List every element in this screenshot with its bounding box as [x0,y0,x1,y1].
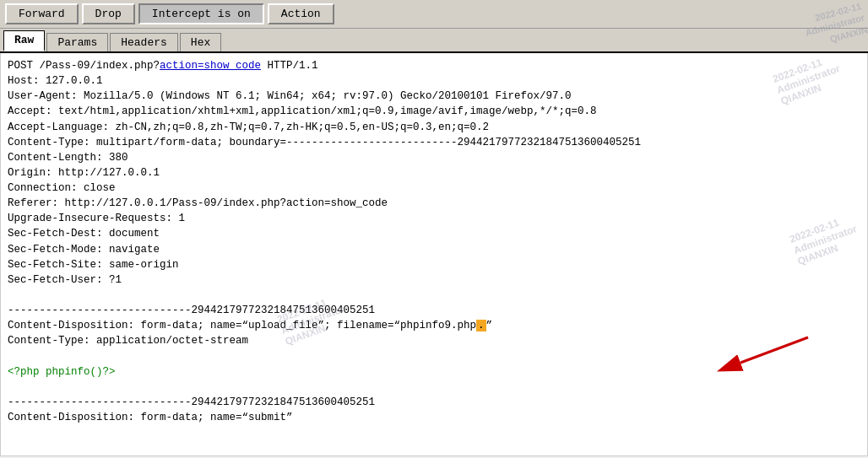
tabs-bar: Raw Params Headers Hex [0,29,868,53]
filename-extension-highlight: . [476,320,486,331]
action-link: action=show_code [160,60,261,72]
tab-raw[interactable]: Raw [3,30,45,51]
tab-params[interactable]: Params [46,33,108,51]
drop-button[interactable]: Drop [82,3,135,24]
tab-headers[interactable]: Headers [110,33,178,51]
forward-button[interactable]: Forward [5,3,79,24]
tab-hex[interactable]: Hex [180,33,221,51]
request-line-1: POST /Pass-09/index.php?action=show_code… [8,60,641,423]
intercept-button[interactable]: Intercept is on [138,3,264,24]
toolbar: Forward Drop Intercept is on Action 2022… [0,0,868,29]
request-body: POST /Pass-09/index.php?action=show_code… [8,58,860,425]
request-content: 2022-02-11AdministratorQIANXIN 2022-02-1… [0,53,868,456]
php-code: <?php phpinfo()?> [8,366,116,378]
action-button[interactable]: Action [268,3,334,24]
